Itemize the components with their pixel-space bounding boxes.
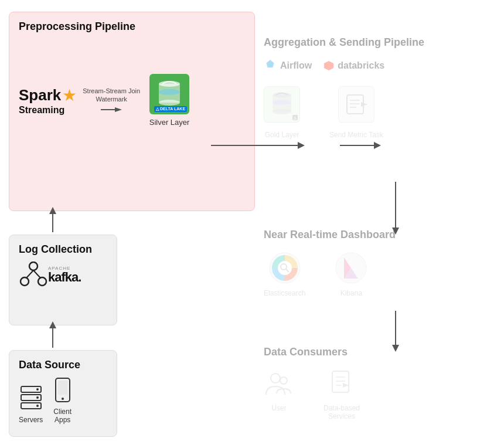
data-source-box: Data Source Servers xyxy=(9,350,117,437)
aggregation-section: Aggregation & Sending Pipeline Airflow d… xyxy=(264,36,495,139)
servers-label: Servers xyxy=(19,416,43,424)
user-icon xyxy=(264,369,294,399)
delta-badge: △ DELTA LAKE xyxy=(154,106,187,112)
diagram-container: databricks Shared Cluster Preprocessing … xyxy=(0,0,504,448)
svg-point-18 xyxy=(36,405,39,407)
svg-marker-55 xyxy=(374,142,381,149)
elasticsearch-icon xyxy=(268,252,301,284)
near-realtime-icons: Elasticsearch Kibana xyxy=(264,252,495,297)
gold-layer-label: Gold Layer xyxy=(265,131,299,139)
svg-marker-24 xyxy=(324,61,333,70)
kafka-label: kafka. xyxy=(48,271,81,284)
bucket-svg xyxy=(156,79,182,110)
svg-point-41 xyxy=(280,377,287,384)
mobile-icon xyxy=(55,377,71,403)
aggregation-databricks-label: databricks xyxy=(338,60,384,71)
data-consumers-icons: User Data-basedServices xyxy=(264,369,495,420)
silver-layer-bucket: △ DELTA LAKE Silver Layer xyxy=(146,74,193,127)
svg-point-8 xyxy=(29,262,38,270)
streaming-text: Streaming xyxy=(19,105,64,116)
send-metric-label: Send Metric Task xyxy=(329,131,383,139)
kafka-icon xyxy=(19,262,48,287)
data-source-icons: Servers ClientApps xyxy=(19,377,107,424)
preprocessing-box: Preprocessing Pipeline Spark ★ Streaming… xyxy=(9,12,255,211)
aggregation-icons: △ Gold Layer Send Metric Task xyxy=(264,86,495,139)
data-consumers-section: Data Consumers User xyxy=(264,346,495,420)
send-metric-icon xyxy=(345,93,368,116)
svg-point-36 xyxy=(278,261,292,275)
near-realtime-section: Near Real-time Dashboard Elasticsearch xyxy=(264,229,495,297)
servers-icon xyxy=(20,385,42,411)
data-services-icon-item: Data-basedServices xyxy=(323,369,360,420)
aggregation-databricks-logo: databricks xyxy=(323,60,384,71)
preprocessing-title: Preprocessing Pipeline xyxy=(19,21,245,33)
silver-layer-label: Silver Layer xyxy=(149,118,190,127)
aggregation-logos: Airflow databricks xyxy=(264,59,495,72)
data-services-label: Data-basedServices xyxy=(323,404,360,420)
svg-rect-42 xyxy=(332,371,349,392)
gold-bucket-svg xyxy=(270,91,294,118)
client-apps-label: ClientApps xyxy=(53,408,71,424)
gold-bucket: △ xyxy=(264,86,300,123)
airflow-logo: Airflow xyxy=(264,59,312,72)
spark-star-icon: ★ xyxy=(62,86,77,105)
log-collection-title: Log Collection xyxy=(19,243,107,256)
svg-marker-3 xyxy=(115,107,122,112)
kibana-label: Kibana xyxy=(340,289,362,297)
svg-rect-29 xyxy=(347,95,363,114)
spark-text: Spark xyxy=(19,86,61,104)
gold-layer-item: △ Gold Layer xyxy=(264,86,300,139)
spark-logo: Spark ★ Streaming xyxy=(19,86,77,116)
kafka-text-area: APACHE kafka. xyxy=(48,266,81,284)
servers-icon-item: Servers xyxy=(19,385,43,424)
data-consumers-title: Data Consumers xyxy=(264,346,495,358)
send-metric-icon-box xyxy=(338,86,374,123)
svg-point-27 xyxy=(273,109,291,114)
client-apps-icon-item: ClientApps xyxy=(53,377,71,424)
join-arrow: Stream-Stream JoinWatermark xyxy=(83,87,140,114)
svg-line-12 xyxy=(33,270,40,278)
svg-point-14 xyxy=(36,388,39,391)
aggregation-title: Aggregation & Sending Pipeline xyxy=(264,36,495,49)
svg-line-11 xyxy=(26,270,33,278)
data-services-icon xyxy=(326,369,357,399)
bucket-green: △ DELTA LAKE xyxy=(149,74,189,114)
user-icon-item: User xyxy=(264,369,294,412)
elasticsearch-label: Elasticsearch xyxy=(264,289,305,297)
svg-point-20 xyxy=(62,398,64,400)
join-arrow-icon xyxy=(101,106,122,114)
svg-point-9 xyxy=(21,277,29,286)
gold-delta-badge: △ xyxy=(292,115,298,120)
user-label: User xyxy=(271,404,286,412)
svg-point-7 xyxy=(159,89,180,95)
kafka-logo-area: APACHE kafka. xyxy=(19,262,107,287)
pipeline-content: Spark ★ Streaming Stream-Stream JoinWate… xyxy=(19,74,245,127)
elasticsearch-item: Elasticsearch xyxy=(264,252,305,297)
send-metric-item: Send Metric Task xyxy=(329,86,383,139)
svg-rect-21 xyxy=(58,381,67,395)
kibana-item: Kibana xyxy=(335,252,367,297)
airflow-icon xyxy=(264,59,277,72)
join-label: Stream-Stream JoinWatermark xyxy=(83,87,140,104)
aggregation-databricks-icon xyxy=(323,60,334,71)
near-realtime-title: Near Real-time Dashboard xyxy=(264,229,495,241)
airflow-label: Airflow xyxy=(280,60,312,71)
kibana-icon xyxy=(335,252,367,284)
svg-point-16 xyxy=(36,396,39,399)
svg-point-28 xyxy=(273,100,291,105)
svg-point-10 xyxy=(38,277,46,286)
svg-point-6 xyxy=(159,100,180,106)
data-source-title: Data Source xyxy=(19,359,107,371)
svg-marker-53 xyxy=(298,142,305,149)
log-collection-box: Log Collection APACHE kafka. xyxy=(9,235,117,325)
svg-point-40 xyxy=(271,374,280,383)
